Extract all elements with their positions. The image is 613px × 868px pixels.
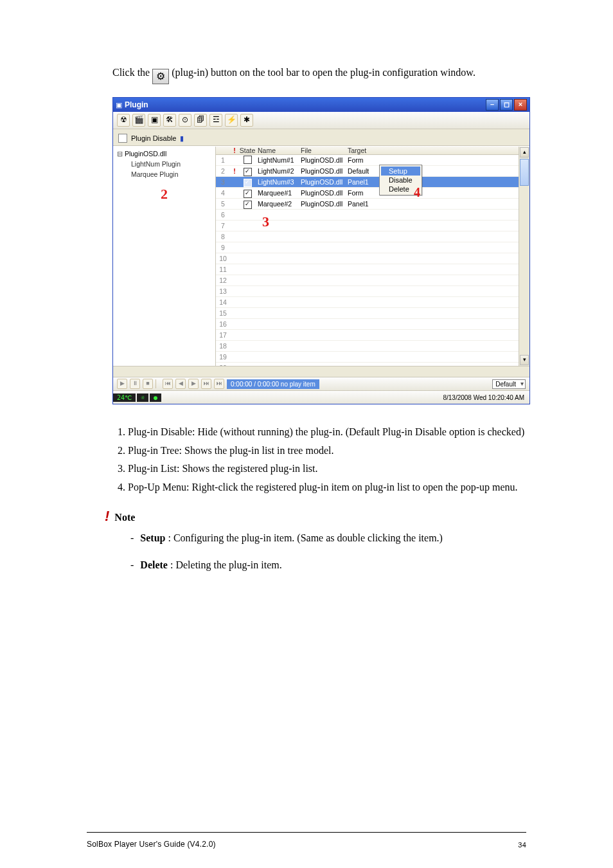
table-row[interactable]: 15 <box>216 308 519 319</box>
next2-button[interactable]: ⏭ <box>201 379 211 389</box>
table-row[interactable]: 12 <box>216 275 519 286</box>
table-row[interactable]: 19 <box>216 352 519 363</box>
table-row[interactable]: 2!LightNum#2PluginOSD.dllDefault <box>216 166 519 177</box>
cell-index: 17 <box>216 331 230 339</box>
table-row[interactable]: 9 <box>216 242 519 253</box>
context-menu-disable[interactable]: Disable <box>381 176 420 185</box>
cell-index: 6 <box>216 211 230 219</box>
scroll-thumb[interactable] <box>520 159 529 186</box>
table-row[interactable]: 6 <box>216 210 519 221</box>
status-temp: 24℃ <box>113 393 136 402</box>
cell-target: Form <box>346 189 519 197</box>
close-button[interactable]: × <box>514 99 527 111</box>
col-name[interactable]: Name <box>256 147 299 154</box>
vertical-scrollbar[interactable]: ▴ ▾ <box>519 147 529 366</box>
table-row[interactable]: 18 <box>216 341 519 352</box>
cell-file: PluginOSD.dll <box>299 156 346 164</box>
sub1-label: Setup <box>140 532 165 543</box>
status-icon2: ● <box>150 393 161 402</box>
cell-index: 13 <box>216 287 230 295</box>
tree-child-lightnum[interactable]: LightNum Plugin <box>117 159 211 170</box>
col-file[interactable]: File <box>299 147 346 154</box>
cell-name: Marquee#2 <box>256 200 299 208</box>
table-row[interactable]: 3LightNum#3PluginOSD.dllPanel1 <box>216 177 519 188</box>
cell-target: Default <box>346 167 519 175</box>
cell-index: 4 <box>216 189 230 197</box>
plugin-disable-checkbox[interactable] <box>118 134 127 143</box>
cell-name: LightNum#1 <box>256 156 299 164</box>
table-row[interactable]: 1LightNum#1PluginOSD.dllForm <box>216 155 519 166</box>
pause-button[interactable]: ⏸ <box>130 379 140 389</box>
scroll-up[interactable]: ▴ <box>520 147 529 158</box>
last-button[interactable]: ⏭ <box>214 379 224 389</box>
toolbar-icon-8[interactable]: ⚡ <box>225 114 238 127</box>
cell-state[interactable] <box>239 177 256 187</box>
table-row[interactable]: 7 <box>216 221 519 231</box>
table-row[interactable]: 8 <box>216 231 519 242</box>
cell-index: 12 <box>216 276 230 284</box>
tree-root[interactable]: PluginOSD.dll <box>117 149 211 159</box>
status-icon1: ☼ <box>137 393 148 402</box>
callout-4: 4 <box>414 185 420 200</box>
playbar: ▶ ⏸ ■ ⏮ ◀ ▶ ⏭ ⏭ 0:00:00 / 0:00:00 no pla… <box>113 377 529 390</box>
toolbar-icon-1[interactable]: ☢ <box>117 114 130 127</box>
toolbar-icon-7[interactable]: ☲ <box>209 114 222 127</box>
table-row[interactable]: 17 <box>216 330 519 341</box>
plugin-toolbar-icon: ⚙ <box>152 69 169 84</box>
table-row[interactable]: 20 <box>216 363 519 366</box>
toolbar-icon-2[interactable]: 🎬 <box>132 114 145 127</box>
intro-text-post: (plug-in) button on the tool bar to open… <box>172 67 475 78</box>
cell-target: Panel1 <box>346 200 519 208</box>
table-row[interactable]: 5Marquee#2PluginOSD.dllPanel1 <box>216 199 519 210</box>
prev-button[interactable]: ◀ <box>175 379 186 389</box>
col-alert[interactable]: ! <box>230 147 239 154</box>
cell-index: 9 <box>216 244 230 251</box>
context-menu-setup[interactable]: Setup <box>381 167 420 176</box>
cell-index: 16 <box>216 320 230 328</box>
next-button[interactable]: ▶ <box>188 379 199 389</box>
table-row[interactable]: 11 <box>216 264 519 275</box>
window-titlebar: ▣ Plugin – ◻ × <box>113 98 529 112</box>
desc-3-text: Plug-in List: Shows the registered plug-… <box>128 460 318 477</box>
first-button[interactable]: ⏮ <box>163 379 173 389</box>
cell-index: 11 <box>216 266 230 273</box>
stop-button[interactable]: ■ <box>143 379 153 389</box>
cell-file: PluginOSD.dll <box>299 178 346 186</box>
cell-index: 18 <box>216 342 230 350</box>
cell-state[interactable] <box>239 156 256 165</box>
table-row[interactable]: 16 <box>216 319 519 330</box>
cell-name: Marquee#1 <box>256 189 299 197</box>
cell-state[interactable] <box>239 188 256 198</box>
table-row[interactable]: 14 <box>216 297 519 308</box>
col-state[interactable]: State <box>239 147 256 154</box>
cell-index: 20 <box>216 364 230 366</box>
table-row[interactable]: 4Marquee#1PluginOSD.dllForm <box>216 188 519 199</box>
note-label: Note <box>114 512 135 523</box>
minimize-button[interactable]: – <box>486 99 499 111</box>
scroll-down[interactable]: ▾ <box>520 355 529 365</box>
cell-name: LightNum#2 <box>256 167 299 175</box>
cell-state[interactable] <box>239 199 256 209</box>
cell-index: 5 <box>216 200 230 208</box>
toolbar-icon-9[interactable]: ✱ <box>240 114 253 127</box>
desc-4-num: 4. <box>112 479 125 496</box>
toolbar-icon-3[interactable]: ▣ <box>148 114 161 127</box>
maximize-button[interactable]: ◻ <box>500 99 513 111</box>
col-target[interactable]: Target <box>346 147 519 154</box>
table-row[interactable]: 13 <box>216 286 519 297</box>
plugin-tree[interactable]: PluginOSD.dll LightNum Plugin Marquee Pl… <box>113 147 216 366</box>
cell-file: PluginOSD.dll <box>299 189 346 197</box>
toolbar-icon-6[interactable]: 🗐 <box>194 114 207 127</box>
table-row[interactable]: 10 <box>216 253 519 264</box>
tree-child-marquee[interactable]: Marquee Plugin <box>117 170 211 180</box>
cell-file: PluginOSD.dll <box>299 200 346 208</box>
toolbar: ☢ 🎬 ▣ 🛠 ⊙ 🗐 ☲ ⚡ ✱ <box>113 112 529 129</box>
playbar-combo[interactable]: Default <box>492 379 526 389</box>
play-button[interactable]: ▶ <box>117 379 127 389</box>
toolbar-icon-5[interactable]: ⊙ <box>179 114 191 127</box>
cell-state[interactable] <box>239 167 256 176</box>
cell-index: 19 <box>216 353 230 361</box>
cell-target: Panel1 <box>346 178 519 186</box>
horizontal-scrollbar[interactable] <box>113 366 529 377</box>
toolbar-icon-4[interactable]: 🛠 <box>163 114 176 127</box>
